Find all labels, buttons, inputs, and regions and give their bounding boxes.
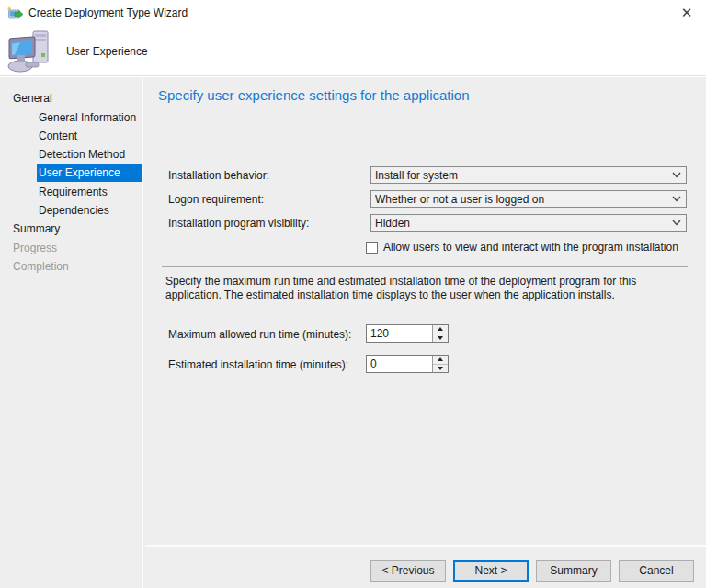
estimated-install-time-spin-buttons	[432, 356, 448, 372]
logon-requirement-label: Logon requirement:	[168, 193, 264, 206]
allow-user-interaction-label: Allow users to view and interact with th…	[383, 241, 678, 254]
installation-behavior-label: Installation behavior:	[168, 169, 269, 182]
sidebar-item-detection-method[interactable]: Detection Method	[0, 145, 142, 164]
window-titlebar: Create Deployment Type Wizard ✕	[0, 0, 706, 26]
allow-user-interaction-checkbox[interactable]	[366, 242, 378, 254]
chevron-down-icon	[672, 196, 681, 202]
section-divider	[162, 266, 688, 267]
logon-requirement-value: Whether or not a user is logged on	[375, 193, 544, 206]
estimated-install-time-spinner[interactable]: 0	[366, 355, 449, 373]
spin-up-button[interactable]	[433, 325, 448, 334]
max-run-time-label: Maximum allowed run time (minutes):	[168, 328, 351, 341]
wizard-step-title: User Experience	[66, 45, 148, 58]
sidebar-item-content[interactable]: Content	[0, 127, 142, 145]
spin-down-button[interactable]	[433, 365, 448, 373]
sidebar-item-completion: Completion	[0, 257, 142, 276]
program-visibility-dropdown[interactable]: Hidden	[370, 214, 687, 232]
spin-up-button[interactable]	[433, 356, 448, 365]
next-button[interactable]: Next >	[453, 560, 529, 582]
installation-behavior-value: Install for system	[375, 169, 458, 182]
sidebar-item-progress: Progress	[0, 239, 142, 257]
previous-button[interactable]: < Previous	[370, 560, 446, 582]
summary-button[interactable]: Summary	[536, 560, 611, 582]
wizard-nav-list: General General Information Content Dete…	[0, 77, 142, 276]
runtime-note-text: Specify the maximum run time and estimat…	[165, 275, 689, 302]
sidebar-item-general-information[interactable]: General Information	[0, 108, 142, 127]
wizard-app-icon	[7, 6, 23, 20]
allow-user-interaction-row: Allow users to view and interact with th…	[366, 241, 678, 254]
sidebar-item-user-experience[interactable]: User Experience	[37, 164, 142, 182]
sidebar-item-summary[interactable]: Summary	[0, 220, 142, 238]
close-icon[interactable]: ✕	[675, 2, 699, 24]
computer-workstation-icon	[7, 28, 55, 74]
installation-behavior-dropdown[interactable]: Install for system	[370, 166, 687, 184]
footer-divider	[145, 545, 706, 547]
cancel-button[interactable]: Cancel	[619, 560, 694, 582]
logon-requirement-dropdown[interactable]: Whether or not a user is logged on	[370, 190, 687, 208]
wizard-sidebar: General General Information Content Dete…	[0, 77, 143, 588]
chevron-down-icon	[672, 220, 681, 226]
estimated-install-time-label: Estimated installation time (minutes):	[168, 358, 348, 371]
sidebar-item-general[interactable]: General	[0, 89, 142, 107]
sidebar-item-requirements[interactable]: Requirements	[0, 183, 142, 201]
program-visibility-label: Installation program visibility:	[168, 217, 309, 230]
page-title: Specify user experience settings for the…	[158, 87, 470, 103]
estimated-install-time-value[interactable]: 0	[367, 356, 432, 372]
chevron-down-icon	[672, 172, 681, 178]
max-run-time-spinner[interactable]: 120	[366, 324, 449, 343]
wizard-header: User Experience	[0, 26, 706, 76]
program-visibility-value: Hidden	[375, 217, 410, 230]
sidebar-item-dependencies[interactable]: Dependencies	[0, 201, 142, 220]
max-run-time-value[interactable]: 120	[367, 325, 432, 342]
max-run-time-spin-buttons	[432, 325, 448, 342]
window-title: Create Deployment Type Wizard	[28, 6, 188, 19]
spin-down-button[interactable]	[433, 334, 448, 343]
